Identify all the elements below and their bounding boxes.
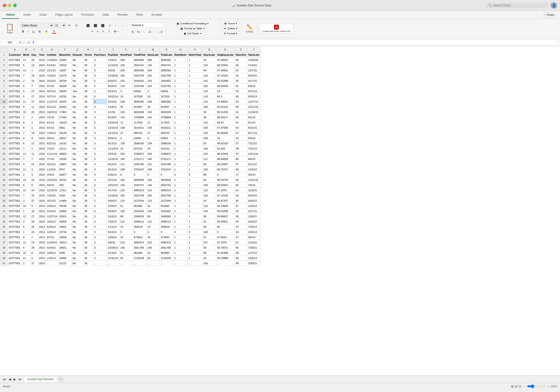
font-family-select[interactable]: Calibri (Body) <box>20 23 54 28</box>
cell-P5[interactable]: 1 <box>188 73 202 78</box>
col-header-F[interactable]: F <box>58 47 72 52</box>
cell-P34[interactable]: 1 <box>188 224 202 229</box>
cell-H28[interactable]: 30 <box>83 193 93 198</box>
cell-K15[interactable]: 158 <box>119 125 133 130</box>
cell-D11[interactable]: 2014 <box>38 104 46 109</box>
cell-P12[interactable]: 1 <box>188 109 202 115</box>
cell-F23[interactable]: 8767 <box>58 167 72 172</box>
cell-C5[interactable]: 25 <box>30 73 38 78</box>
cell-A29[interactable]: DOTT001 <box>8 198 22 203</box>
cell-I26[interactable]: 5 <box>93 183 107 188</box>
cell-S34[interactable]: 37 <box>235 224 247 229</box>
cell-K5[interactable]: 155 <box>119 73 133 78</box>
cell-A6[interactable]: DOTT001 <box>8 78 22 83</box>
cell-K22[interactable]: 121 <box>119 162 133 167</box>
cell-B21[interactable]: 7 <box>22 157 30 162</box>
cell-O19[interactable]: 1 <box>173 146 188 151</box>
align-top-right-button[interactable]: ⬛ <box>99 23 106 28</box>
cell-R32[interactable]: 99.98837 <box>216 214 234 219</box>
cell-A34[interactable]: DOTT001 <box>8 224 22 229</box>
cell-M11[interactable]: 45 <box>146 104 160 109</box>
cell-Q23[interactable]: 100 <box>202 167 216 172</box>
cell-F14[interactable]: 15019 <box>58 120 72 125</box>
cell-H22[interactable]: 30 <box>83 162 93 167</box>
cell-E35[interactable]: 1/25/14 <box>46 229 58 235</box>
cell-M25[interactable]: 192 <box>146 177 160 183</box>
cell-C10[interactable]: 27 <box>30 99 38 104</box>
cell-M23[interactable]: 198 <box>146 167 160 172</box>
cell-A33[interactable]: DOTT001 <box>8 219 22 224</box>
cell-C7[interactable]: 7 <box>30 83 38 89</box>
cell-T26[interactable]: 7/5/15 <box>247 183 260 188</box>
cell-B7[interactable]: 5 <box>22 83 30 89</box>
cell-G12[interactable]: No <box>72 109 83 115</box>
cell-J28[interactable]: 12/18/15 <box>107 193 119 198</box>
tab-acrobat[interactable]: Acrobat <box>147 11 166 19</box>
cell-N3[interactable]: 2554741 <box>160 63 173 68</box>
cell-M7[interactable]: 124 <box>146 83 160 89</box>
cell-L30[interactable]: 941682 <box>133 203 147 209</box>
cell-H15[interactable]: 30 <box>83 125 93 130</box>
cell-A15[interactable]: DOTT001 <box>8 125 22 130</box>
cell-D15[interactable]: 2015 <box>38 125 46 130</box>
cell-N19[interactable]: 423102 <box>160 146 173 151</box>
cell-C40[interactable]: 6 <box>30 255 38 261</box>
cell-E4[interactable]: 12/1/15 <box>46 68 58 73</box>
cell-L22[interactable]: 2264786 <box>133 162 147 167</box>
cell-T23[interactable]: 12/3/15 <box>247 167 260 172</box>
cell-T40[interactable]: 12/6/14 <box>247 255 260 261</box>
cell-T15[interactable]: 8/31/15 <box>247 125 260 130</box>
cell-R37[interactable]: 97.3379 <box>216 240 234 245</box>
cell-O21[interactable]: 1 <box>173 157 188 162</box>
cell-K1[interactable]: NumPaid <box>119 52 133 57</box>
cell-F4[interactable]: 19287 <box>58 68 72 73</box>
cell-T8[interactable]: 5/27/14 <box>247 89 260 94</box>
cell-I14[interactable]: 5 <box>93 120 107 125</box>
cell-L23[interactable]: 3701547 <box>133 167 147 172</box>
tab-formulas[interactable]: Formulas <box>77 11 98 19</box>
cell-E37[interactable]: 12/24/15 <box>46 240 58 245</box>
cell-F8[interactable]: 26635 <box>58 89 72 94</box>
cell-L38[interactable]: 2661785 <box>133 245 147 250</box>
cell-S22[interactable]: 47 <box>235 162 247 167</box>
col-header-T[interactable]: T <box>247 47 260 52</box>
cell-Q5[interactable]: 116 <box>202 73 216 78</box>
cell-Q14[interactable]: 115 <box>202 120 216 125</box>
cell-E27[interactable]: 12/24/15 <box>46 188 58 193</box>
cell-B39[interactable]: 10 <box>22 250 30 255</box>
cell-Q27[interactable]: 115 <box>202 188 216 193</box>
cell-L41[interactable]: ... <box>133 261 147 266</box>
cell-A9[interactable]: DOTT001 <box>8 94 22 99</box>
cell-D28[interactable]: 2015 <box>38 193 46 198</box>
cell-K18[interactable]: 138 <box>119 141 133 146</box>
cell-L1[interactable]: TotalPaid <box>133 52 147 57</box>
cell-I4[interactable]: 5 <box>93 68 107 73</box>
col-header-S[interactable]: S <box>235 47 247 52</box>
cell-C33[interactable]: 26 <box>30 219 38 224</box>
cell-E28[interactable]: 7/25/15 <box>46 193 58 198</box>
cell-E30[interactable]: 10/6/14 <box>46 203 58 209</box>
cell-D24[interactable]: 2014 <box>38 172 46 177</box>
cell-O13[interactable]: 1 <box>173 115 188 120</box>
cell-K2[interactable]: 209 <box>119 57 133 63</box>
cell-F24[interactable]: 29877 <box>58 172 72 177</box>
cell-H31[interactable]: 30 <box>83 209 93 214</box>
col-header-J[interactable]: J <box>107 47 119 52</box>
cell-F25[interactable]: 28231 <box>58 177 72 183</box>
cell-T7[interactable]: 6/6/15 <box>247 83 260 89</box>
cell-G30[interactable]: No <box>72 203 83 209</box>
cell-I16[interactable]: 5 <box>93 130 107 136</box>
cell-Q38[interactable]: 93 <box>202 245 216 250</box>
cell-E16[interactable]: 7/18/14 <box>46 130 58 136</box>
insert-cells-button[interactable]: ➕ Insert ▾ <box>222 21 239 26</box>
cell-P36[interactable]: 1 <box>188 235 202 240</box>
cell-E21[interactable]: 7/7/15 <box>46 157 58 162</box>
cell-B33[interactable]: 3 <box>22 219 30 224</box>
formula-input[interactable] <box>31 39 559 45</box>
cell-H25[interactable]: 30 <box>83 177 93 183</box>
cell-E8[interactable]: 4/27/14 <box>46 89 58 94</box>
cell-P19[interactable]: 1 <box>188 146 202 151</box>
cell-G9[interactable]: No <box>72 94 83 99</box>
cell-D19[interactable]: 2014 <box>38 146 46 151</box>
cell-M10[interactable]: 209 <box>146 99 160 104</box>
